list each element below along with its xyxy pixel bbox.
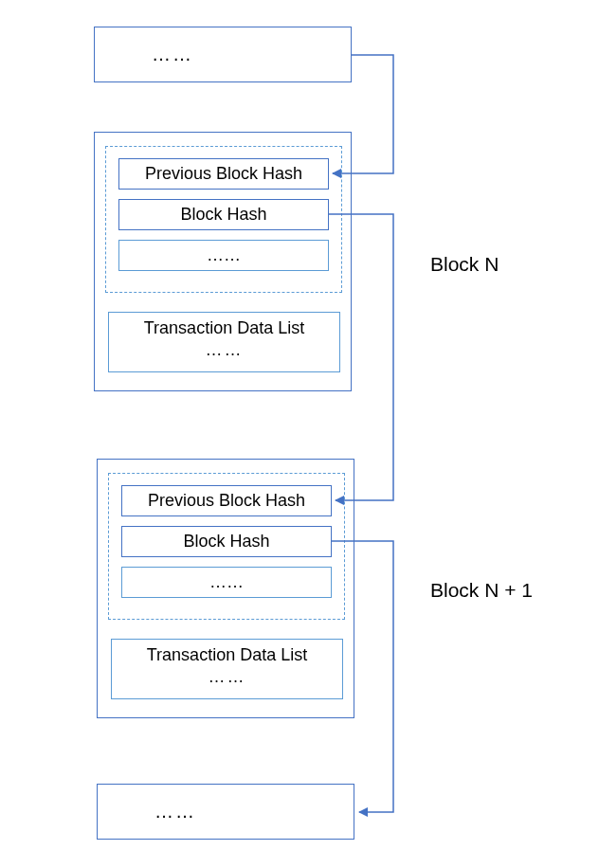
prev-block-placeholder: …… [94, 27, 352, 82]
prev-hash-label: Previous Block Hash [145, 164, 302, 184]
block-n-spacer-row: …… [118, 240, 329, 271]
next-block-placeholder: …… [97, 784, 354, 840]
block-n-label: Block N [430, 253, 499, 276]
spacer-ellipsis: …… [207, 245, 241, 265]
block-n1-label: Block N + 1 [430, 579, 533, 602]
block-hash-label: Block Hash [183, 532, 269, 552]
ellipsis-text: …… [154, 801, 196, 823]
block-n-txn-list: Transaction Data List …… [108, 312, 340, 372]
txn-title: Transaction Data List [112, 645, 342, 665]
block-n1-block-hash: Block Hash [121, 526, 332, 557]
connectors [0, 0, 599, 868]
txn-ellipsis: …… [109, 340, 339, 360]
block-n-prev-hash: Previous Block Hash [118, 158, 329, 190]
block-n-block-hash: Block Hash [118, 199, 329, 230]
txn-ellipsis: …… [112, 667, 342, 687]
spacer-ellipsis: …… [209, 572, 244, 592]
block-n1-container: Previous Block Hash Block Hash …… Transa… [97, 459, 354, 718]
txn-title: Transaction Data List [109, 318, 339, 338]
block-n1-spacer-row: …… [121, 567, 332, 598]
block-n1-txn-list: Transaction Data List …… [111, 639, 343, 699]
prev-hash-label: Previous Block Hash [148, 491, 305, 511]
block-n-container: Previous Block Hash Block Hash …… Transa… [94, 132, 352, 391]
block-hash-label: Block Hash [180, 205, 266, 225]
block-n1-prev-hash: Previous Block Hash [121, 485, 332, 516]
ellipsis-text: …… [152, 44, 193, 65]
